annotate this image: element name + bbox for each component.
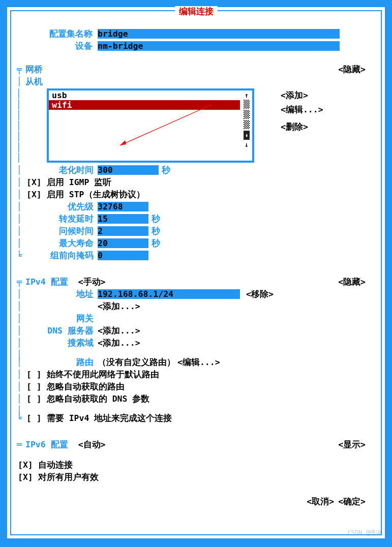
maxage-unit: 秒 xyxy=(152,238,160,249)
gfm-input[interactable]: 0 xyxy=(98,251,148,260)
cancel-button[interactable]: <取消> xyxy=(307,496,334,507)
slave-add-button[interactable]: <添加> xyxy=(281,88,323,103)
aging-unit: 秒 xyxy=(162,165,170,176)
hello-input[interactable]: 2 xyxy=(98,226,148,236)
ipv4-search-add-button[interactable]: <添加...> xyxy=(98,338,140,349)
all-users-checkbox[interactable]: [X] 对所有用户有效 xyxy=(18,472,99,483)
ipv6-method-select[interactable]: <自动> xyxy=(78,439,106,450)
bridge-hide-button[interactable]: <隐藏> xyxy=(338,64,366,75)
slaves-label: 从机 xyxy=(25,76,43,87)
aging-label: 老化时间 xyxy=(22,165,94,176)
slave-item-usb[interactable]: usb xyxy=(49,90,240,100)
dialog-title: 编辑连接 xyxy=(175,6,218,17)
stp-checkbox[interactable]: [X] xyxy=(26,190,42,199)
device-label: 设备 xyxy=(42,41,93,52)
scroll-up-icon[interactable]: ↑ xyxy=(245,92,249,99)
ipv4-hide-button[interactable]: <隐藏> xyxy=(338,277,366,288)
profile-name-label: 配置集名称 xyxy=(42,28,93,40)
device-input[interactable]: nm-bridge xyxy=(98,41,340,51)
slaves-listbox[interactable]: usb wifi ↑ ▮ ↓ xyxy=(47,88,254,163)
scroll-down-icon[interactable]: ↓ xyxy=(245,141,249,148)
ipv4-dns-add-button[interactable]: <添加...> xyxy=(98,325,140,337)
ipv4-routing-edit-button[interactable]: <编辑...> xyxy=(177,357,220,368)
ipv6-section-toggle[interactable]: ═ xyxy=(16,440,22,449)
bridge-section-toggle[interactable]: ╤ xyxy=(16,65,22,74)
watermark: CSDN @懵逼 xyxy=(348,529,382,537)
fwd-delay-input[interactable]: 15 xyxy=(98,214,148,224)
maxage-input[interactable]: 20 xyxy=(98,238,148,248)
hello-label: 问候时间 xyxy=(22,226,94,237)
ipv4-method-select[interactable]: <手动> xyxy=(78,277,106,288)
priority-label: 优先级 xyxy=(22,201,94,212)
ipv4-search-label: 搜索域 xyxy=(22,338,94,349)
hello-unit: 秒 xyxy=(152,226,160,237)
maxage-label: 最大寿命 xyxy=(22,238,94,249)
priority-input[interactable]: 32768 xyxy=(98,202,148,211)
ipv6-show-button[interactable]: <显示> xyxy=(338,439,366,450)
auto-connect-checkbox[interactable]: [X] 自动连接 xyxy=(18,460,73,471)
ipv4-never-default-checkbox[interactable]: [ ] 始终不使用此网络于默认路由 xyxy=(26,369,159,380)
ipv4-addr-add-button[interactable]: <添加...> xyxy=(98,301,140,312)
ipv4-dns-label: DNS 服务器 xyxy=(22,325,94,337)
slave-item-wifi[interactable]: wifi xyxy=(49,100,240,110)
slave-delete-button[interactable]: <删除> xyxy=(281,120,323,134)
aging-input[interactable]: 300 xyxy=(98,165,159,175)
profile-name-input[interactable]: bridge xyxy=(98,29,340,39)
ipv4-require-checkbox[interactable]: [ ] 需要 IPv4 地址来完成这个连接 xyxy=(26,413,172,424)
ipv4-ignore-dns-checkbox[interactable]: [ ] 忽略自动获取的 DNS 参数 xyxy=(26,393,149,405)
gfm-label: 组前向掩码 xyxy=(22,250,94,261)
fwd-delay-label: 转发延时 xyxy=(22,214,94,225)
ipv4-section-toggle[interactable]: ╤ xyxy=(16,277,22,287)
ipv4-addr-input[interactable]: 192.168.68.1/24 xyxy=(98,289,240,299)
ipv6-section-label: IPv6 配置 xyxy=(25,439,68,450)
ipv4-addr-remove-button[interactable]: <移除> xyxy=(246,289,274,300)
ok-button[interactable]: <确定> xyxy=(338,496,366,507)
svg-line-0 xyxy=(120,105,212,145)
bridge-section-label: 网桥 xyxy=(25,64,43,75)
ipv4-addr-label: 地址 xyxy=(22,289,94,300)
igmp-checkbox[interactable]: [X] xyxy=(26,177,42,187)
ipv4-section-label: IPv4 配置 xyxy=(25,277,68,288)
stp-label: 启用 STP（生成树协议） xyxy=(47,189,145,200)
scroll-thumb[interactable]: ▮ xyxy=(244,131,250,140)
ipv4-routing-none: （没有自定义路由） xyxy=(98,357,175,368)
fwd-delay-unit: 秒 xyxy=(152,214,160,225)
ipv4-routing-label: 路由 xyxy=(22,357,94,368)
igmp-label: 启用 IGMP 监听 xyxy=(47,177,112,188)
slave-edit-button[interactable]: <编辑...> xyxy=(281,103,323,117)
ipv4-gateway-label: 网关 xyxy=(22,313,94,324)
ipv4-ignore-routes-checkbox[interactable]: [ ] 忽略自动获取的路由 xyxy=(26,381,125,392)
slaves-scrollbar[interactable]: ↑ ▮ ↓ xyxy=(243,92,250,160)
svg-marker-1 xyxy=(120,140,126,145)
